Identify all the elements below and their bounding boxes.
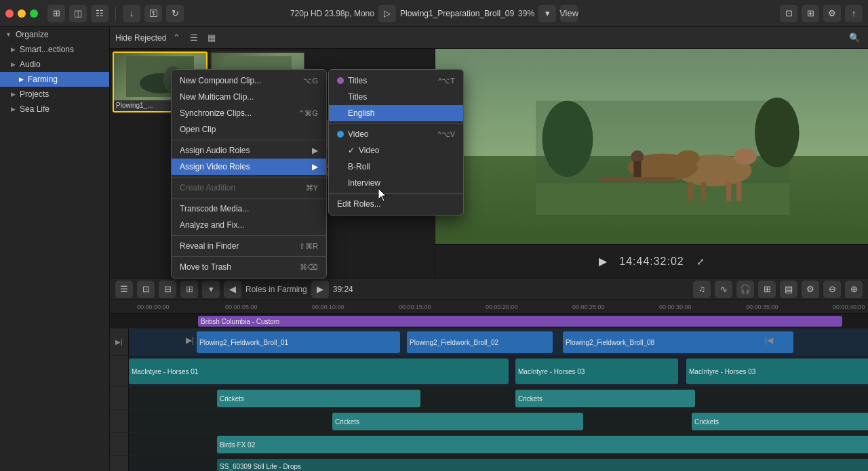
- cm-audio-roles[interactable]: Assign Audio Roles ▶: [172, 142, 326, 159]
- sm-video-parent[interactable]: Video ^⌥V: [329, 126, 463, 142]
- format-icon[interactable]: ▷: [378, 5, 396, 22]
- sidebar-item-sea-life[interactable]: ▶ Sea Life: [0, 102, 109, 117]
- play-button[interactable]: ▶: [595, 253, 611, 270]
- horses-clip-1[interactable]: MacIntyre - Horses 01: [129, 359, 509, 384]
- track-still-content: SS_60309 Still Life - Drops: [129, 456, 868, 471]
- view-button[interactable]: View: [560, 5, 578, 22]
- track-header-sl: [110, 456, 129, 471]
- share-icon[interactable]: ↑: [845, 5, 863, 22]
- sm-titles-sub[interactable]: Titles: [329, 89, 463, 105]
- sm-video-sub[interactable]: ✓ Video: [329, 142, 463, 159]
- tl-zoom-out[interactable]: ⊖: [823, 281, 841, 298]
- tl-waveform-icon[interactable]: ∿: [715, 281, 732, 298]
- download-icon[interactable]: ↓: [123, 5, 140, 22]
- cm-video-roles[interactable]: Assign Video Roles ▶: [172, 159, 326, 175]
- search-icon[interactable]: 🔍: [846, 31, 863, 44]
- close-button[interactable]: [5, 9, 14, 18]
- crickets-bot-2[interactable]: Crickets: [692, 413, 868, 430]
- settings-icon[interactable]: ⚙: [823, 5, 841, 22]
- cm-move-trash[interactable]: Move to Trash ⌘⌫: [172, 259, 326, 275]
- cm-video-arrow: ▶: [312, 162, 318, 171]
- cm-sync-clips[interactable]: Synchronize Clips... ⌃⌘G: [172, 105, 326, 121]
- sidebar-item-smart-collections[interactable]: ▶ Smart...ections: [0, 42, 109, 57]
- arrow-farming: ▶: [19, 76, 24, 83]
- filter-dropdown-icon[interactable]: ⌃: [170, 31, 183, 44]
- video-clip-2[interactable]: Plowing2_Fieldwork_Broll_02: [407, 331, 553, 353]
- still-life-clip[interactable]: SS_60309 Still Life - Drops: [217, 459, 868, 471]
- video-clip-3[interactable]: Plowing2_Fieldwork_Broll_08: [563, 331, 793, 353]
- layout-icon-1[interactable]: ⊡: [780, 5, 797, 22]
- fullscreen-button[interactable]: ⤢: [692, 253, 709, 270]
- svg-rect-11: [688, 182, 692, 201]
- maximize-button[interactable]: [30, 9, 38, 18]
- track-birds-fx: Birds FX 02: [110, 433, 868, 456]
- layout-icon-2[interactable]: ⊞: [802, 5, 819, 22]
- key-icon[interactable]: ⚿: [144, 5, 162, 22]
- track-header-cb: [110, 410, 129, 432]
- horses-clip-2[interactable]: MacIntyre - Horses 03: [515, 359, 678, 384]
- cm-analyze[interactable]: Analyze and Fix...: [172, 217, 326, 233]
- tl-back-btn[interactable]: ◀: [224, 281, 241, 298]
- sm-english-label: English: [348, 108, 374, 118]
- sidebar-item-organize[interactable]: ▼ Organize: [0, 27, 109, 42]
- sm-interview-label: Interview: [348, 178, 380, 188]
- video-clip-1[interactable]: Plowing2_Fieldwork_Broll_01: [197, 331, 400, 353]
- track-video-clips: ▶| Plowing2_Fieldwork_Broll_01 Plowing2_…: [110, 329, 868, 356]
- browser-icon[interactable]: ◫: [69, 5, 87, 22]
- filter-label: Hide Rejected: [115, 33, 166, 43]
- tl-layout-3[interactable]: ⚙: [802, 281, 819, 298]
- cm-sync-shortcut: ⌃⌘G: [298, 109, 318, 118]
- sm-english[interactable]: English: [329, 105, 463, 121]
- index-button[interactable]: ☰: [115, 281, 133, 298]
- cm-new-compound[interactable]: New Compound Clip... ⌥G: [172, 73, 326, 89]
- cm-sep-1: [172, 140, 326, 140]
- tl-icon-4[interactable]: ⊞: [180, 281, 198, 298]
- cm-new-compound-shortcut: ⌥G: [303, 77, 318, 85]
- tl-audio-icon[interactable]: ♫: [693, 281, 711, 298]
- minimize-button[interactable]: [18, 9, 26, 18]
- sidebar-item-projects[interactable]: ▶ Projects: [0, 87, 109, 102]
- tl-layout-1[interactable]: ⊞: [758, 281, 776, 298]
- cm-transcode[interactable]: Transcode Media...: [172, 201, 326, 217]
- sidebar-item-farming[interactable]: ▶ Farming: [0, 72, 109, 87]
- ruler-mark-5: 00:00:25:00: [572, 304, 659, 310]
- sm-edit-roles[interactable]: Edit Roles...: [329, 196, 463, 212]
- sm-interview[interactable]: Interview: [329, 175, 463, 191]
- cm-reveal-finder[interactable]: Reveal in Finder ⇧⌘R: [172, 238, 326, 254]
- sm-broll[interactable]: B-Roll: [329, 159, 463, 175]
- sm-sep-1: [329, 123, 463, 124]
- tl-layout-2[interactable]: ▤: [780, 281, 797, 298]
- sidebar-item-audio[interactable]: ▶ Audio: [0, 57, 109, 72]
- zoom-dropdown[interactable]: ▾: [538, 5, 556, 22]
- sm-video-parent-label: Video: [348, 129, 368, 139]
- inspector-icon[interactable]: ☷: [91, 5, 108, 22]
- crickets-bot-1[interactable]: Crickets: [332, 413, 583, 430]
- clip-view-icon[interactable]: ☰: [187, 31, 201, 44]
- tl-icon-5[interactable]: ▾: [202, 281, 220, 298]
- cm-reveal-shortcut: ⇧⌘R: [299, 242, 318, 251]
- tl-headphone-icon[interactable]: 🎧: [736, 281, 754, 298]
- horses-clip-3[interactable]: MacIntyre - Horses 03: [686, 359, 868, 384]
- grid-view-icon[interactable]: ▦: [205, 31, 218, 44]
- svg-point-16: [734, 148, 757, 165]
- tl-fwd-btn[interactable]: ▶: [311, 281, 329, 298]
- tl-icon-2[interactable]: ⊡: [137, 281, 155, 298]
- birds-clip[interactable]: Birds FX 02: [217, 436, 868, 453]
- ruler-mark-1: 00:00:05:00: [225, 304, 312, 310]
- tl-zoom-in[interactable]: ⊕: [845, 281, 863, 298]
- crickets-top-1[interactable]: Crickets: [217, 390, 420, 407]
- tl-icon-3[interactable]: ⊟: [159, 281, 176, 298]
- svg-rect-8: [536, 183, 789, 215]
- traffic-lights: [5, 9, 38, 18]
- svg-rect-14: [736, 182, 741, 201]
- library-icon[interactable]: ⊞: [47, 5, 65, 22]
- crickets-top-2[interactable]: Crickets: [515, 390, 695, 407]
- clip-british-columbia[interactable]: British Columbia - Custom: [198, 316, 842, 327]
- sync-icon[interactable]: ↻: [166, 5, 184, 22]
- ruler-mark-2: 00:00:10:00: [312, 304, 399, 310]
- sidebar-label-organize: Organize: [16, 30, 49, 39]
- track-end-icon: |◀: [765, 335, 773, 345]
- cm-new-multicam[interactable]: New Multicam Clip...: [172, 89, 326, 105]
- cm-open-clip[interactable]: Open Clip: [172, 121, 326, 138]
- sm-titles-parent[interactable]: Titles ^⌥T: [329, 73, 463, 89]
